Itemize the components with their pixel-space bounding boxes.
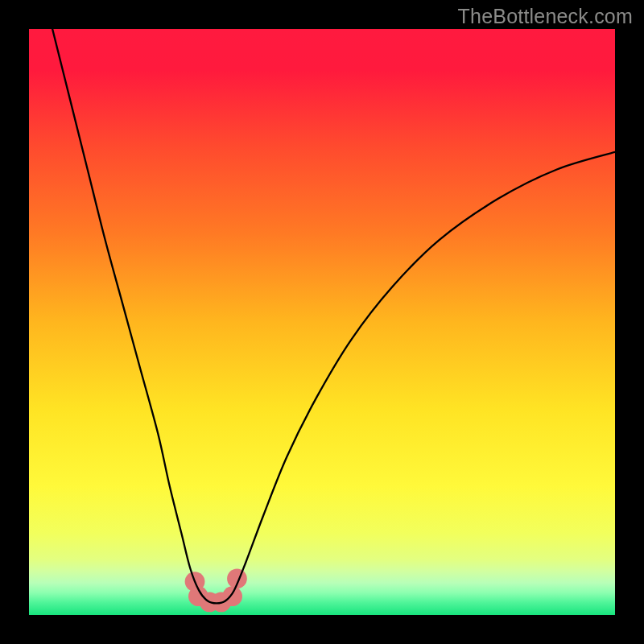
plot-area [29,29,615,615]
bottleneck-curve [52,29,615,603]
watermark-text: TheBottleneck.com [458,5,633,28]
chart-frame: TheBottleneck.com [0,0,644,644]
curve-layer [29,29,615,615]
highlight-marker [222,586,242,606]
